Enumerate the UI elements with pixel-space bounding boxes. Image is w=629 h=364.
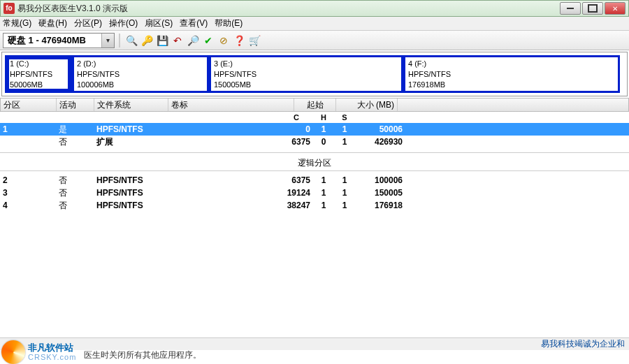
cell-active: 否 [56,136,94,148]
col-filesystem[interactable]: 文件系统 [94,99,168,111]
cell-active: 是 [56,124,94,136]
cell-size: 100006 [355,175,405,185]
table-row[interactable]: 1 是HPFS/NTFS01150006 [0,123,629,136]
cell-partition: 3 [0,188,56,198]
sub-h: H [313,113,334,122]
close-button[interactable] [605,2,626,15]
undo-icon[interactable]: ↶ [171,34,185,48]
cell-partition: 4 [0,201,56,210]
cell-c: 38247 [280,201,313,210]
check-icon[interactable]: ✔ [201,34,215,48]
cell-h: 0 [313,137,334,147]
partition-list: C H S 1 是HPFS/NTFS01150006否扩展63750142693… [0,112,629,212]
status-bar: 易我科技竭诚为企业和 [0,337,629,350]
watermark-icon [1,340,25,364]
key-icon[interactable]: 🔑 [140,34,154,48]
table-row[interactable]: 否扩展637501426930 [0,136,629,148]
col-active[interactable]: 活动 [57,99,94,111]
menu-bar: 常规(G) 硬盘(H) 分区(P) 操作(O) 扇区(S) 查看(V) 帮助(E… [0,17,629,31]
floppy-icon[interactable]: 💾 [155,34,169,48]
col-partition[interactable]: 分区 [1,99,57,111]
logical-partitions-header: 逻辑分区 [0,157,629,169]
partition-box[interactable]: 1 (C:)HPFS/NTFS50006MB [5,55,72,93]
partition-box[interactable]: 4 (F:)HPFS/NTFS176918MB [403,55,620,93]
col-start[interactable]: 起始 [294,99,336,111]
cell-active: 否 [56,175,94,187]
app-icon: fo [3,3,15,14]
sub-s: S [334,113,355,122]
cell-active: 否 [56,187,94,199]
menu-help[interactable]: 帮助(E) [215,17,243,29]
cell-size: 50006 [355,124,405,134]
cart-icon[interactable]: 🛒 [247,34,261,48]
disk-map: 1 (C:)HPFS/NTFS50006MB2 (D:)HPFS/NTFS100… [1,52,628,96]
cell-c: 6375 [280,175,313,185]
maximize-button[interactable] [582,2,603,15]
cell-size: 176918 [355,201,405,210]
cell-partition: 2 [0,175,56,185]
search-icon[interactable]: 🔍 [124,34,138,48]
cell-size: 426930 [355,137,405,147]
partition-box[interactable]: 3 (E:)HPFS/NTFS150005MB [209,55,403,93]
cell-active: 否 [56,200,94,212]
cell-h: 1 [313,124,334,134]
title-bar: fo 易我分区表医生V3.1.0 演示版 [0,0,629,17]
col-size[interactable]: 大小 (MB) [336,99,398,111]
menu-partition[interactable]: 分区(P) [74,17,102,29]
chevron-down-icon[interactable] [101,34,114,48]
chs-subheader: C H S [0,112,629,123]
cell-partition: 1 [0,124,56,134]
watermark-cn: 非凡软件站 [28,343,76,353]
help-icon[interactable]: ❓ [232,34,246,48]
sub-c: C [280,113,313,122]
list-header: 分区 活动 文件系统 卷标 起始 大小 (MB) [0,98,629,112]
cell-c: 19124 [280,188,313,198]
cell-h: 1 [313,201,334,210]
minimize-button[interactable] [560,2,581,15]
cell-filesystem: HPFS/NTFS [94,175,168,185]
disk-selector[interactable]: 硬盘 1 - 476940MB [3,33,115,48]
partition-index: 2 (D:) [77,59,204,68]
cell-c: 6375 [280,137,313,147]
menu-disk[interactable]: 硬盘(H) [38,17,67,29]
menu-view[interactable]: 查看(V) [180,17,208,29]
find-icon[interactable]: 🔎 [186,34,200,48]
cell-h: 1 [313,188,334,198]
window-title: 易我分区表医生V3.1.0 演示版 [17,3,558,15]
table-row[interactable]: 4 否HPFS/NTFS3824711176918 [0,199,629,212]
cell-filesystem: 扩展 [94,136,168,148]
cell-s: 1 [334,201,355,210]
cell-filesystem: HPFS/NTFS [94,201,168,210]
disk-selector-label: 硬盘 1 - 476940MB [3,34,101,47]
cell-filesystem: HPFS/NTFS [94,124,168,134]
cell-s: 1 [334,188,355,198]
partition-box[interactable]: 2 (D:)HPFS/NTFS100006MB [72,55,209,93]
menu-operate[interactable]: 操作(O) [109,17,138,29]
partition-fs: HPFS/NTFS100006MB [77,69,204,89]
partition-fs: HPFS/NTFS50006MB [10,69,67,89]
table-row[interactable]: 2 否HPFS/NTFS637511100006 [0,174,629,187]
partition-fs: HPFS/NTFS176918MB [408,69,615,89]
watermark: 非凡软件站 CRSKY.com [1,340,76,364]
cell-s: 1 [334,137,355,147]
cell-c: 0 [280,124,313,134]
cell-filesystem: HPFS/NTFS [94,188,168,198]
table-row[interactable]: 3 否HPFS/NTFS1912411150005 [0,187,629,199]
vendor-link[interactable]: 易我科技竭诚为企业和 [541,338,625,350]
cancel-icon[interactable]: ⊘ [217,34,231,48]
partition-index: 1 (C:) [10,59,67,68]
menu-sector[interactable]: 扇区(S) [145,17,173,29]
watermark-en: CRSKY.com [28,353,76,361]
cell-h: 1 [313,175,334,185]
cell-s: 1 [334,124,355,134]
cell-size: 150005 [355,188,405,198]
partition-index: 4 (F:) [408,59,615,68]
col-volume[interactable]: 卷标 [168,99,294,111]
cell-s: 1 [334,175,355,185]
toolbar-separator [119,34,120,48]
partition-fs: HPFS/NTFS150005MB [214,69,398,89]
bottom-tip: 医生时关闭所有其他应用程序。 [84,349,201,361]
toolbar: 硬盘 1 - 476940MB 🔍🔑💾↶🔎✔⊘❓🛒 [0,31,629,50]
partition-index: 3 (E:) [214,59,398,68]
menu-general[interactable]: 常规(G) [3,17,31,29]
